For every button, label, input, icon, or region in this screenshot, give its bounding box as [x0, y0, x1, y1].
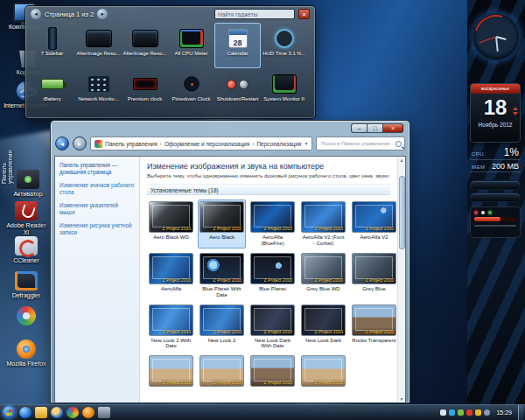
minimize-button[interactable]: –	[351, 123, 367, 133]
sidebar-link-control-panel-home[interactable]: Панель управления — домашняя страница	[60, 162, 135, 175]
start-button[interactable]	[3, 406, 16, 419]
show-desktop-button[interactable]	[518, 405, 523, 420]
desktop-icon-adobe-reader[interactable]: Adobe Reader XI	[4, 201, 49, 236]
desktop-icon-color-wheel-app[interactable]	[4, 306, 49, 327]
gallery-search-input[interactable]	[214, 9, 295, 19]
theme-item[interactable]: Z Project 2010	[147, 354, 195, 388]
taskbar-icon-explorer[interactable]	[35, 407, 47, 418]
monitor-gadget-icon	[86, 26, 112, 51]
tray-icon[interactable]	[440, 410, 446, 416]
breadcrumb-control-panel[interactable]: Панель управления	[105, 141, 158, 147]
theme-item-new-look-2[interactable]: Z Project 2010 New Look 2	[198, 303, 246, 352]
theme-item-rocks-transparent[interactable]: Z Project 2010 Rocks Transparent	[350, 303, 397, 352]
theme-item-aero-black[interactable]: Z Project 2010 Aero Black	[198, 200, 246, 248]
tray-icon[interactable]	[466, 410, 472, 416]
breadcrumb-dropdown-icon[interactable]: ▼	[304, 141, 308, 146]
cpu-meter-gadget[interactable]: CPU 1% MEM 200 MB	[470, 146, 521, 174]
theme-item-grey-blue[interactable]: Z Project 2010 Grey Blue	[350, 251, 397, 300]
desktop-icon-defraggler[interactable]: Defraggler	[4, 271, 49, 299]
breadcrumb-personalization[interactable]: Персонализация	[256, 141, 301, 147]
sidebar-link-desktop-icons[interactable]: Изменение значков рабочего стола	[60, 182, 135, 195]
cpu-label: CPU	[472, 151, 484, 157]
taskbar-icon-firefox[interactable]	[82, 407, 94, 418]
theme-item[interactable]: Z Project 2010	[299, 354, 347, 388]
meter-bars-gadget[interactable]	[470, 180, 521, 205]
search-input[interactable]	[319, 140, 396, 147]
taskbar-icon-media-player[interactable]	[51, 407, 63, 418]
gadget-item-ibattery[interactable]: iBattery	[29, 68, 75, 114]
tray-icon[interactable]	[475, 410, 481, 416]
breadcrumb[interactable]: Панель управления › Оформление и персона…	[90, 136, 312, 150]
scroll-down-icon[interactable]: ▼	[400, 396, 404, 402]
close-button[interactable]: ×	[382, 123, 403, 133]
meter-bar	[470, 192, 521, 202]
desktop-icon-firefox[interactable]: Mozilla Firefox	[4, 340, 49, 368]
taskbar-icon-chrome[interactable]	[66, 407, 79, 418]
taskbar-icon-internet-explorer[interactable]	[19, 407, 32, 418]
gadget-item-afterimage-1[interactable]: AfterImage Reso...	[75, 23, 122, 68]
indicator-gadget[interactable]	[470, 206, 521, 238]
analog-clock-gadget[interactable]	[472, 12, 521, 61]
theme-thumbnail: Z Project 2010	[301, 253, 346, 284]
gallery-prev-page-button[interactable]: ◄	[31, 9, 41, 19]
theme-item-blue-planet[interactable]: Z Project 2010 Blue Planet	[248, 251, 297, 300]
theme-item-aeroalfa-bluefire[interactable]: Z Project 2010 AeroAlfa (BlueFire)	[248, 200, 297, 248]
theme-thumbnail: Z Project 2010	[352, 253, 396, 284]
desktop-icon-ccleaner[interactable]: CCleaner	[4, 236, 49, 264]
tray-icon[interactable]	[484, 410, 490, 416]
theme-item-new-look-2-with-date[interactable]: Z Project 2010 New Look 2 With Date	[147, 303, 195, 352]
gadget-item-premium-clock[interactable]: Premium clock	[122, 68, 168, 114]
calendar-down-arrow-icon[interactable]	[513, 112, 518, 116]
theme-item-new-look-dark-with-date[interactable]: Z Project 2010 New Look Dark With Date	[248, 303, 297, 352]
theme-item-aeroalfa[interactable]: Z Project 2010 AeroAlfa	[147, 251, 195, 300]
theme-item-grey-blue-wd[interactable]: Z Project 2010 Grey Blue WD	[299, 251, 347, 300]
gallery-next-page-button[interactable]: ►	[97, 9, 108, 19]
taskbar-icon-app[interactable]	[98, 407, 110, 418]
gadget-item-network-monitor[interactable]: Network Monito...	[75, 68, 122, 114]
scrollbar[interactable]: ▲ ▼	[397, 157, 405, 402]
sidebar-link-mouse-pointers[interactable]: Изменение указателей мыши	[60, 202, 135, 215]
gadget-item-calendar[interactable]: 28 Calendar	[214, 23, 261, 68]
control-panel-searchbox[interactable]	[316, 136, 405, 150]
theme-thumbnail: Z Project 2010	[250, 253, 295, 284]
firefox-icon	[17, 340, 36, 359]
theme-item[interactable]: Z Project 2010	[248, 354, 297, 388]
gadget-item-hud-time[interactable]: HUD Time 3.1 N...	[261, 23, 307, 68]
desktop-icon-label: Defraggler	[4, 292, 49, 299]
forward-button[interactable]: ►	[73, 136, 87, 150]
refresh-icon[interactable]: ↻	[311, 140, 312, 148]
scroll-up-icon[interactable]: ▲	[400, 157, 404, 164]
gadget-item-shutdown-restart[interactable]: Shutdown/Restart	[214, 68, 261, 114]
theme-item-aeroalfa-v2[interactable]: Z Project 2010 AeroAlfa V2	[350, 200, 397, 248]
gadget-item-all-cpu-meter[interactable]: All CPU Meter	[168, 23, 214, 68]
breadcrumb-appearance[interactable]: Оформление и персонализация	[164, 141, 249, 147]
theme-thumbnail: Z Project 2010	[200, 304, 244, 336]
calendar-up-arrow-icon[interactable]	[513, 107, 518, 110]
theme-row-partial: Z Project 2010 Z Project 2010 Z Project …	[147, 354, 390, 388]
theme-item-aeroalfa-v2-corbel[interactable]: Z Project 2010 AeroAlfa V2 (Font - Corbe…	[299, 200, 347, 248]
watermark: Z Project 2010	[263, 380, 292, 385]
sidebar-link-account-picture[interactable]: Изменение рисунка учетной записи	[60, 222, 135, 235]
tray-icon[interactable]	[458, 410, 464, 416]
theme-item-new-look-dark[interactable]: Z Project 2010 New Look Dark	[299, 303, 347, 352]
gadget-item-pixiedown-clock[interactable]: Pixiedown Clock	[168, 68, 214, 114]
theme-item-aero-black-wd[interactable]: Z Project 2010 Aero Black WD	[147, 200, 195, 248]
back-button[interactable]: ◄	[55, 136, 69, 150]
theme-item-blue-planet-with-date[interactable]: Z Project 2010 Blue Planet With Date	[198, 251, 246, 300]
gadget-item-7sidebar[interactable]: 7 Sidebar	[29, 23, 75, 68]
calendar-gadget[interactable]: воскресенье 18 Ноябрь 2012	[470, 83, 521, 143]
color-wheel-icon	[17, 306, 36, 326]
tray-icon[interactable]	[449, 410, 455, 416]
maximize-button[interactable]: □	[367, 123, 382, 133]
scrollbar-thumb[interactable]	[399, 176, 405, 249]
gadget-item-afterimage-2[interactable]: AfterImage Reso...	[122, 23, 168, 68]
tasks-sidebar: Панель управления — домашняя страница Из…	[55, 157, 140, 402]
gallery-close-button[interactable]: ×	[298, 9, 310, 19]
network-gadget-icon	[88, 72, 109, 96]
mem-label: MEM	[472, 164, 486, 170]
taskbar-clock[interactable]: 15:29	[493, 410, 515, 416]
desktop-icon-activator[interactable]: Активатор	[5, 170, 51, 198]
gadget-item-system-monitor[interactable]: System Monitor II	[261, 68, 307, 114]
theme-item[interactable]: Z Project 2010	[198, 354, 246, 388]
watermark: Z Project 2010	[263, 277, 292, 283]
